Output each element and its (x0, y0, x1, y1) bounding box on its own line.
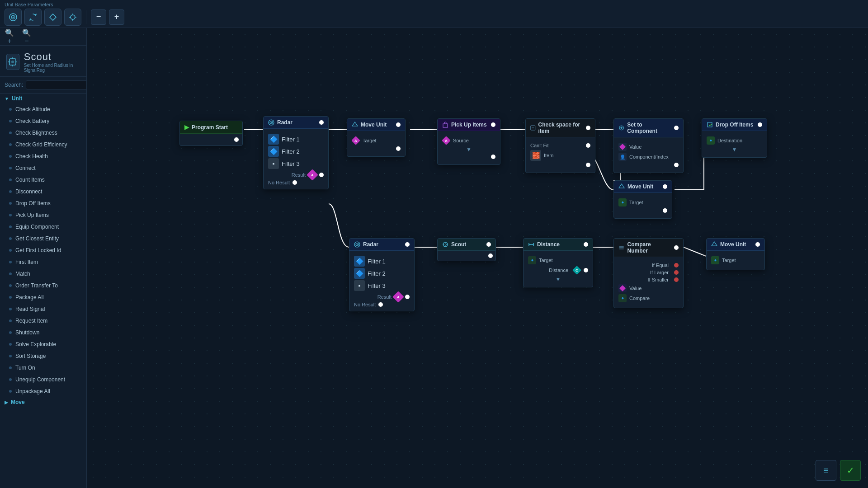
zoom-in-btn[interactable]: + (109, 9, 124, 25)
node-pickup[interactable]: Pick Up Items A Source ▼ (437, 118, 500, 165)
sidebar-item-connect[interactable]: Connect (0, 162, 86, 174)
radar2-in-port[interactable] (405, 242, 410, 247)
svg-point-4 (71, 15, 75, 19)
sidebar-item-check-battery[interactable]: Check Battery (0, 115, 86, 127)
radar1-in-port[interactable] (319, 120, 324, 125)
compare-in-port[interactable] (674, 245, 679, 250)
sidebar-item-check-altitude[interactable]: Check Altitude (0, 103, 86, 115)
setcomp-out-port[interactable] (674, 163, 679, 167)
sidebar-item-sort-storage[interactable]: Sort Storage (0, 350, 86, 362)
compare-equal-port[interactable] (674, 263, 679, 267)
radar2-result-out[interactable] (405, 295, 410, 299)
checkspace-cantfit-port[interactable] (586, 143, 590, 148)
setcomp-in-port[interactable] (674, 126, 679, 130)
sidebar-item-unpackage-all[interactable]: Unpackage All (0, 385, 86, 397)
radar1-result-out[interactable] (319, 173, 324, 177)
sidebar-item-unequip[interactable]: Unequip Component (0, 374, 86, 385)
move2-out-port[interactable] (663, 208, 667, 213)
r2-noresult-label: No Result (354, 302, 376, 307)
unit-header: Scout Set Home and Radius in SignalReg (0, 46, 86, 77)
crosshair-toolbar-btn[interactable] (64, 9, 81, 26)
sidebar-item-check-health[interactable]: Check Health (0, 150, 86, 162)
distance-in-port[interactable] (584, 242, 588, 247)
cycle-toolbar-btn[interactable] (24, 9, 42, 26)
radar2-noresult-out[interactable] (378, 302, 383, 307)
compare-smaller-port[interactable] (674, 277, 679, 282)
item-icon: 🧱 (530, 150, 541, 161)
program-start-out-port[interactable] (234, 137, 239, 142)
canvas-area[interactable]: ▶ Program Start Radar 🔷 Filter 1 🔷 (87, 28, 868, 488)
node-move-unit-1[interactable]: Move Unit A Target (347, 118, 406, 157)
distance-expand-icon: ▼ (528, 276, 588, 282)
sidebar-item-disconnect[interactable]: Disconnect (0, 186, 86, 197)
node-distance[interactable]: Distance 🔹 Target Distance C ▼ (523, 238, 593, 287)
sidebar-section-unit[interactable]: ▼ Unit (0, 94, 86, 103)
sidebar-item-pickup[interactable]: Pick Up Items (0, 209, 86, 221)
sidebar-item-get-first-locked[interactable]: Get First Locked Id (0, 244, 86, 256)
sidebar-section-move[interactable]: ▶ Move (0, 397, 86, 407)
move2-in-port[interactable] (663, 184, 667, 189)
sidebar-item-label: Check Battery (15, 118, 49, 124)
node-move-unit-3[interactable]: Move Unit 🔹 Target (706, 238, 765, 270)
sidebar-item-check-blightness[interactable]: Check Blightness (0, 127, 86, 139)
sidebar-zoom-out[interactable]: 🔍− (22, 32, 32, 42)
r2-filter2-icon: 🔷 (354, 268, 365, 279)
sidebar-item-get-closest[interactable]: Get Closest Entity (0, 233, 86, 244)
sidebar-item-shutdown[interactable]: Shutdown (0, 327, 86, 338)
diamond-toolbar-btn[interactable] (44, 9, 61, 26)
compare-equal-row: If Equal (618, 263, 679, 268)
node-setcomp[interactable]: Set to Component Value 👤 Component/Index (613, 118, 684, 173)
sidebar-item-check-grid[interactable]: Check Grid Efficiency (0, 139, 86, 150)
sidebar-item-request-item[interactable]: Request Item (0, 315, 86, 327)
sidebar-item-turn-on[interactable]: Turn On (0, 362, 86, 374)
node-dropoff[interactable]: Drop Off Items 🔹 Destination ▼ (702, 118, 767, 158)
distance-out-port[interactable] (584, 268, 588, 272)
zoom-out-btn[interactable]: − (91, 9, 106, 25)
dropoff-dest-label: Destination (717, 138, 742, 143)
node-label-move3: Move Unit (720, 241, 746, 248)
move3-in-port[interactable] (755, 242, 760, 247)
node-compare[interactable]: Compare Number If Equal If Larger If Sma… (613, 238, 684, 308)
node-header-scout: Scout (438, 239, 495, 251)
sidebar-zoom-in[interactable]: 🔍+ (5, 32, 14, 42)
move1-out-port[interactable] (396, 146, 401, 151)
node-radar-2[interactable]: Radar 🔷 Filter 1 🔷 Filter 2 ▪ Filter 3 R… (349, 238, 415, 311)
move2-out-row (618, 208, 667, 213)
checkspace-in-port[interactable] (586, 126, 590, 130)
sidebar-item-label: Unpackage All (15, 388, 50, 394)
scout-out-port[interactable] (488, 253, 493, 258)
sidebar-item-solve-explorable[interactable]: Solve Explorable (0, 338, 86, 350)
dropoff-in-port[interactable] (758, 122, 762, 127)
sidebar-item-drop-off[interactable]: Drop Off Items (0, 197, 86, 209)
pickup-in-port[interactable] (491, 122, 495, 127)
item-dot (9, 366, 12, 369)
sidebar-item-first-item[interactable]: First Item (0, 256, 86, 268)
sidebar-item-equip[interactable]: Equip Component (0, 221, 86, 233)
pickup-out-port[interactable] (491, 155, 495, 159)
sidebar-item-package-all[interactable]: Package All (0, 291, 86, 303)
node-program-start[interactable]: ▶ Program Start (179, 121, 243, 146)
checkspace-out-port[interactable] (586, 163, 590, 167)
compare-larger-port[interactable] (674, 270, 679, 275)
sidebar-item-read-signal[interactable]: Read Signal (0, 303, 86, 315)
compare-comp-label: Compare (629, 296, 650, 301)
sidebar-item-count-items[interactable]: Count Items (0, 174, 86, 186)
node-move-unit-2[interactable]: Move Unit 🔹 Target (613, 180, 672, 219)
list-view-btn[interactable]: ≡ (816, 460, 836, 481)
scout-in-port[interactable] (486, 242, 491, 247)
move1-in-port[interactable] (396, 122, 401, 127)
confirm-btn[interactable]: ✓ (840, 460, 861, 481)
search-input[interactable] (26, 80, 87, 89)
svg-marker-18 (352, 122, 358, 126)
node-radar-1[interactable]: Radar 🔷 Filter 1 🔷 Filter 2 ▪ Filter 3 R… (263, 116, 329, 189)
sidebar-item-match[interactable]: Match (0, 268, 86, 280)
node-scout[interactable]: Scout (437, 238, 496, 261)
node-label-move2: Move Unit (627, 183, 653, 190)
node-checkspace[interactable]: Check space for item Can't Fit 🧱 Item (525, 118, 595, 173)
sidebar-item-label: Read Signal (15, 306, 45, 312)
sidebar-item-order-transfer[interactable]: Order Transfer To (0, 280, 86, 291)
radar1-result-row: Result A (268, 171, 324, 179)
radar1-noresult-out[interactable] (292, 180, 297, 185)
sidebar-item-label: Turn On (15, 365, 35, 371)
radar-toolbar-btn[interactable] (5, 9, 22, 26)
